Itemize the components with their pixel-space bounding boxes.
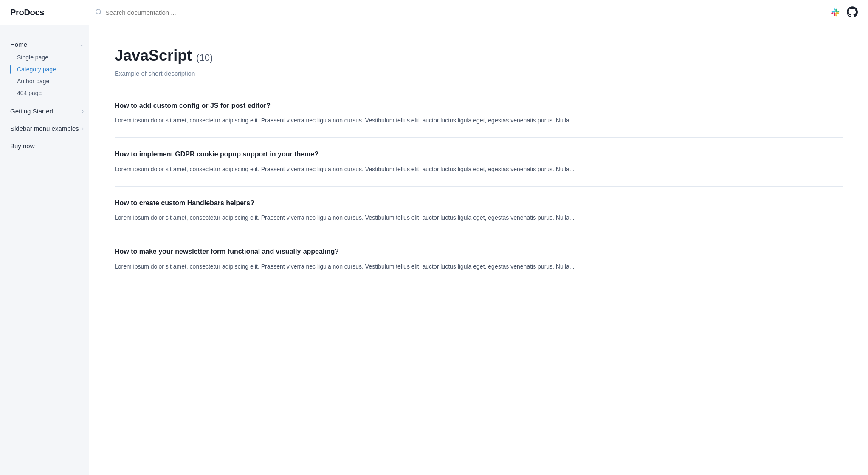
chevron-right-icon-2: › — [82, 126, 84, 132]
article-item: How to add custom config or JS for post … — [115, 101, 843, 137]
article-excerpt: Lorem ipsum dolor sit amet, consectetur … — [115, 213, 843, 223]
article-title[interactable]: How to add custom config or JS for post … — [115, 101, 843, 110]
header-icons — [829, 6, 858, 19]
sidebar-item-home[interactable]: Home ⌄ — [8, 37, 89, 51]
article-excerpt: Lorem ipsum dolor sit amet, consectetur … — [115, 262, 843, 271]
search-icon — [95, 8, 102, 17]
logo[interactable]: ProDocs — [10, 8, 95, 17]
header: ProDocs — [0, 0, 868, 25]
article-excerpt: Lorem ipsum dolor sit amet, consectetur … — [115, 116, 843, 125]
section-divider — [115, 89, 843, 89]
chevron-down-icon: ⌄ — [79, 42, 84, 48]
article-item: How to make your newsletter form functio… — [115, 235, 843, 283]
sidebar-item-sidebar-menu[interactable]: Sidebar menu examples › — [8, 122, 89, 136]
article-excerpt: Lorem ipsum dolor sit amet, consectetur … — [115, 164, 843, 174]
slack-icon[interactable] — [829, 6, 841, 19]
sidebar-item-buy-now[interactable]: Buy now — [8, 139, 89, 153]
sidebar-sub-item-404-page[interactable]: 404 page — [10, 87, 89, 99]
sidebar-item-home-label: Home — [10, 41, 27, 48]
sidebar: Home ⌄ Single page Category page Author … — [0, 25, 89, 475]
page-title-text: JavaScript — [115, 47, 192, 65]
page-title: JavaScript (10) — [115, 47, 843, 65]
page-description: Example of short description — [115, 70, 843, 77]
sidebar-item-getting-started-label: Getting Started — [10, 107, 53, 115]
layout: Home ⌄ Single page Category page Author … — [0, 25, 868, 475]
sidebar-item-sidebar-menu-label: Sidebar menu examples — [10, 125, 79, 132]
sidebar-item-buy-now-label: Buy now — [10, 142, 35, 150]
svg-line-1 — [100, 13, 101, 14]
chevron-right-icon: › — [82, 108, 84, 114]
sidebar-item-getting-started[interactable]: Getting Started › — [8, 104, 89, 118]
article-item: How to implement GDPR cookie popup suppo… — [115, 137, 843, 186]
page-title-count: (10) — [196, 52, 213, 63]
sidebar-sub-item-single-page[interactable]: Single page — [10, 51, 89, 63]
sidebar-sub-item-category-page[interactable]: Category page — [10, 63, 89, 75]
github-icon[interactable] — [847, 6, 858, 19]
article-title[interactable]: How to implement GDPR cookie popup suppo… — [115, 150, 843, 159]
main-content: JavaScript (10) Example of short descrip… — [89, 25, 868, 475]
search-bar[interactable] — [95, 8, 316, 17]
sidebar-sub-items-home: Single page Category page Author page 40… — [10, 51, 89, 99]
article-title[interactable]: How to make your newsletter form functio… — [115, 247, 843, 256]
article-item: How to create custom Handlebars helpers?… — [115, 186, 843, 235]
search-input[interactable] — [105, 9, 316, 16]
article-title[interactable]: How to create custom Handlebars helpers? — [115, 198, 843, 208]
sidebar-sub-item-author-page[interactable]: Author page — [10, 75, 89, 87]
